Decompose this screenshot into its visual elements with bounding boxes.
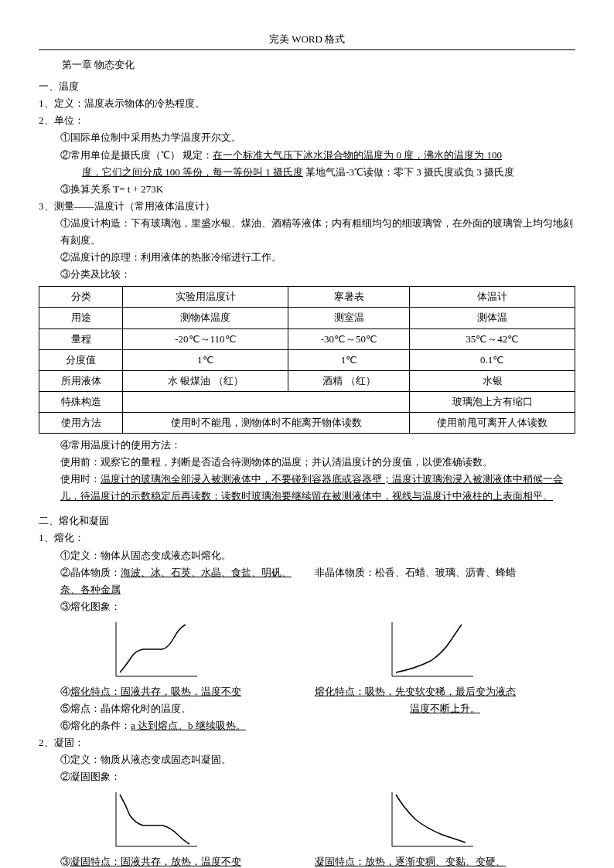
ronghua-6-prefix: ⑥熔化的条件： (60, 720, 131, 731)
table-row: 特殊构造 玻璃泡上方有缩口 (39, 391, 575, 412)
table-row: 使用方法 使用时不能甩，测物体时不能离开物体读数 使用前甩可离开人体读数 (39, 412, 575, 433)
table-row: 用途 测物体温度 测室温 测体温 (39, 308, 575, 328)
ninggu-3-right-text: 凝固特点：放热，逐渐变稠、变黏、变硬、 (315, 856, 506, 867)
ronghua-4-right-text-2: 温度不断上升。 (410, 703, 480, 714)
measure-2: ②温度计的原理：利用液体的热胀冷缩进行工作。 (60, 249, 575, 266)
table-cell: 体温计 (410, 287, 575, 308)
table-cell: 测体温 (410, 308, 575, 328)
unit-label: 2、单位： (39, 112, 575, 129)
ronghua-6-underline: a 达到熔点。b 继续吸热。 (131, 720, 246, 731)
ronghua-4-num: ④ (60, 686, 70, 697)
table-cell: 水 银煤油 （红） (123, 370, 288, 391)
unit-2-prefix: ②常用单位是摄氏度（℃） 规定： (60, 149, 213, 161)
table-row: 分类 实验用温度计 寒暑表 体温计 (39, 287, 575, 308)
ronghua-4-right-text: 熔化特点：吸热，先变软变稀，最后变为液态 (315, 686, 516, 697)
table-cell: 1℃ (288, 349, 410, 370)
ronghua-6: ⑥熔化的条件：a 达到熔点。b 继续吸热。 (60, 717, 575, 734)
ronghua-3: ③熔化图象： (60, 598, 575, 615)
table-cell: 寒暑表 (288, 287, 410, 308)
table-cell: 水银 (410, 370, 575, 391)
section-2-title: 二、熔化和凝固 (39, 512, 575, 529)
measure-4b: 使用时：温度计的玻璃泡全部浸入被测液体中，不要碰到容器底或容器壁；温度计玻璃泡浸… (60, 471, 575, 505)
ronghua-4-right-2: 温度不断上升。 (315, 700, 575, 717)
table-cell: 用途 (39, 308, 123, 328)
ronghua-5: ⑤熔点：晶体熔化时的温度。 (60, 700, 299, 717)
table-cell (123, 391, 410, 412)
unit-2-suffix: 某地气温-3℃读做：零下 3 摄氏度或负 3 摄氏度 (303, 166, 514, 178)
measure-1: ①温度计构造：下有玻璃泡，里盛水银、煤油、酒精等液体；内有粗细均匀的细玻璃管，在… (60, 215, 575, 249)
unit-2-cont: 度，它们之间分成 100 等份，每一等份叫 1 摄氏度 某地气温-3℃读做：零下… (82, 164, 575, 181)
table-cell: 量程 (39, 328, 123, 349)
table-cell: 使用时不能甩，测物体时不能离开物体读数 (123, 412, 410, 433)
chapter-title: 第一章 物态变化 (62, 56, 575, 73)
table-row: 量程 -20℃～110℃ -30℃～50℃ 35℃～42℃ (39, 328, 575, 349)
ninggu-2: ②凝固图象： (60, 768, 575, 785)
ronghua-2-left: ②晶体物质：海波、冰、石英、水晶、食盐、明矾、奈、各种金属 (60, 564, 299, 598)
measure-4a: 使用前：观察它的量程，判断是否适合待测物体的温度；并认清温度计的分度值，以便准确… (60, 454, 575, 471)
ronghua-title: 1、熔化： (39, 529, 575, 546)
table-cell: 测室温 (288, 308, 410, 328)
ninggu-3-text: 凝固特点：固液共存，放热，温度不变 (70, 856, 241, 867)
table-cell: -20℃～110℃ (123, 328, 288, 349)
table-cell: 特殊构造 (39, 391, 123, 412)
melting-graph-amorphous (384, 618, 575, 680)
comparison-table: 分类 实验用温度计 寒暑表 体温计 用途 测物体温度 测室温 测体温 量程 -2… (39, 286, 575, 434)
page-header: 完美 WORD 格式 (39, 31, 575, 50)
definition: 1、定义：温度表示物体的冷热程度。 (39, 95, 575, 112)
table-row: 所用液体 水 银煤油 （红） 酒精 （红） 水银 (39, 370, 575, 391)
ninggu-3-right: 凝固特点：放热，逐渐变稠、变黏、变硬、 (315, 853, 575, 868)
table-row: 分度值 1℃ 1℃ 0.1℃ (39, 349, 575, 370)
table-cell: 所用液体 (39, 370, 123, 391)
ninggu-3-left: ③凝固特点：固液共存，放热，温度不变 (60, 853, 299, 868)
unit-2-underline-1: 在一个标准大气压下冰水混合物的温度为 0 度，沸水的温度为 100 (213, 149, 502, 161)
freezing-graph-amorphous (384, 788, 575, 850)
measure-3: ③分类及比较： (60, 266, 575, 283)
ronghua-2-right: 非晶体物质：松香、石蜡、玻璃、沥青、蜂蜡 (315, 564, 575, 581)
table-cell: 玻璃泡上方有缩口 (410, 391, 575, 412)
section-1-title: 一、温度 (39, 78, 575, 95)
unit-3: ③换算关系 T= t + 273K (60, 181, 575, 198)
ninggu-3-num: ③ (60, 856, 70, 867)
ninggu-1: ①定义：物质从液态变成固态叫凝固。 (60, 751, 575, 768)
table-cell: 使用方法 (39, 412, 123, 433)
ronghua-2-prefix: ②晶体物质： (60, 567, 121, 578)
measure-4b-prefix: 使用时： (60, 473, 101, 485)
table-cell: 酒精 （红） (288, 370, 410, 391)
table-cell: 测物体温度 (123, 308, 288, 328)
freezing-graph-crystal (108, 788, 299, 850)
ronghua-4-right-1: 熔化特点：吸热，先变软变稀，最后变为液态 (315, 683, 575, 700)
table-cell: 35℃～42℃ (410, 328, 575, 349)
table-cell: 分度值 (39, 349, 123, 370)
melting-graph-crystal (108, 618, 299, 680)
ronghua-4-left: ④熔化特点：固液共存，吸热，温度不变 (60, 683, 299, 700)
unit-2-underline-2: 度，它们之间分成 100 等份，每一等份叫 1 摄氏度 (82, 166, 303, 178)
ronghua-4-text: 熔化特点：固液共存，吸热，温度不变 (70, 686, 241, 697)
table-cell: 0.1℃ (410, 349, 575, 370)
unit-2: ②常用单位是摄氏度（℃） 规定：在一个标准大气压下冰水混合物的温度为 0 度，沸… (60, 147, 575, 164)
table-cell: 实验用温度计 (123, 287, 288, 308)
table-cell: 分类 (39, 287, 123, 308)
ninggu-title: 2、凝固： (39, 734, 575, 751)
measure-title: 3、测量——温度计（常用液体温度计） (39, 198, 575, 215)
table-cell: 1℃ (123, 349, 288, 370)
measure-4: ④常用温度计的使用方法： (60, 437, 575, 454)
unit-1: ①国际单位制中采用热力学温度开尔文。 (60, 129, 575, 146)
ronghua-1: ①定义：物体从固态变成液态叫熔化。 (60, 547, 575, 564)
table-cell: -30℃～50℃ (288, 328, 410, 349)
table-cell: 使用前甩可离开人体读数 (410, 412, 575, 433)
measure-4b-underline: 温度计的玻璃泡全部浸入被测液体中，不要碰到容器底或容器壁；温度计玻璃泡浸入被测液… (60, 473, 563, 502)
